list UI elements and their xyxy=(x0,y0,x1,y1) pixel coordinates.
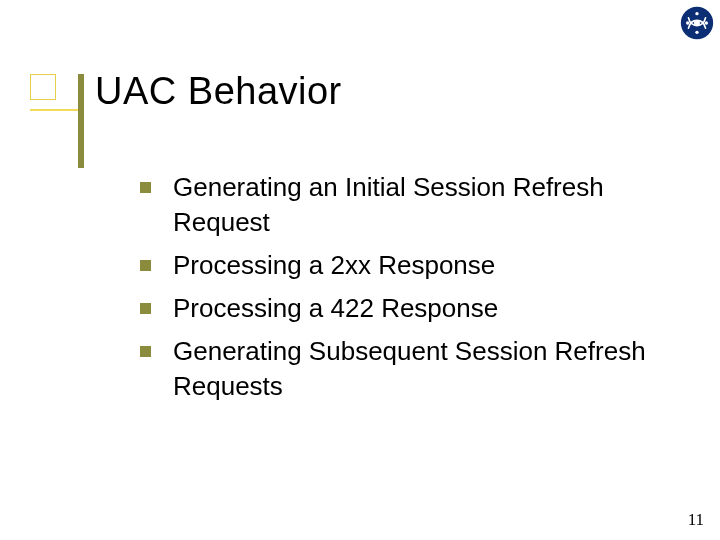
decoration-vertical-bar-icon xyxy=(78,74,84,168)
decoration-square-icon xyxy=(30,74,56,100)
title-decoration xyxy=(30,74,84,168)
page-number: 11 xyxy=(688,510,704,530)
list-item: Processing a 2xx Response xyxy=(140,248,660,283)
list-item-text: Processing a 422 Response xyxy=(173,291,498,326)
organization-logo-icon xyxy=(680,6,714,40)
bullet-square-icon xyxy=(140,303,151,314)
bullet-square-icon xyxy=(140,182,151,193)
svg-point-2 xyxy=(686,21,689,24)
list-item-text: Generating an Initial Session Refresh Re… xyxy=(173,170,660,240)
bullet-square-icon xyxy=(140,346,151,357)
svg-point-3 xyxy=(705,21,708,24)
bullet-square-icon xyxy=(140,260,151,271)
svg-point-1 xyxy=(694,20,700,26)
list-item: Processing a 422 Response xyxy=(140,291,660,326)
list-item-text: Generating Subsequent Session Refresh Re… xyxy=(173,334,660,404)
bullet-list: Generating an Initial Session Refresh Re… xyxy=(140,170,660,413)
svg-point-5 xyxy=(695,31,698,34)
slide-title: UAC Behavior xyxy=(95,70,342,113)
list-item: Generating an Initial Session Refresh Re… xyxy=(140,170,660,240)
decoration-horizontal-bar-icon xyxy=(30,109,84,111)
list-item-text: Processing a 2xx Response xyxy=(173,248,495,283)
list-item: Generating Subsequent Session Refresh Re… xyxy=(140,334,660,404)
svg-point-4 xyxy=(695,12,698,15)
slide: UAC Behavior Generating an Initial Sessi… xyxy=(0,0,720,540)
